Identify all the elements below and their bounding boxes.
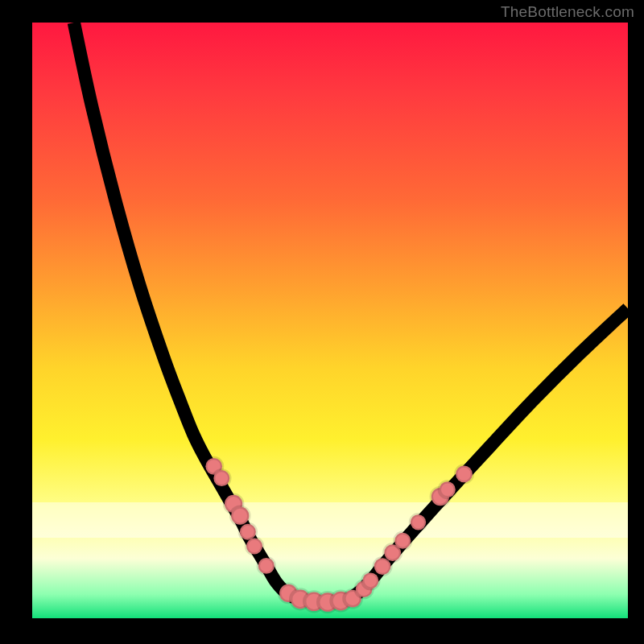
highlight-dot <box>394 533 411 549</box>
highlight-dot <box>411 514 426 530</box>
bottleneck-curve <box>74 23 628 602</box>
chart-overlay <box>32 23 628 618</box>
chart-frame: TheBottleneck.com <box>0 0 644 644</box>
watermark-text: TheBottleneck.com <box>501 3 634 21</box>
highlight-dot <box>456 466 473 483</box>
highlight-dot <box>246 538 262 554</box>
plot-area <box>32 23 628 618</box>
highlight-dot <box>440 481 456 497</box>
highlight-dots <box>205 458 473 612</box>
highlight-dot <box>213 470 229 486</box>
highlight-dot <box>258 558 275 574</box>
highlight-dot <box>362 572 378 588</box>
highlight-dot <box>231 507 249 525</box>
